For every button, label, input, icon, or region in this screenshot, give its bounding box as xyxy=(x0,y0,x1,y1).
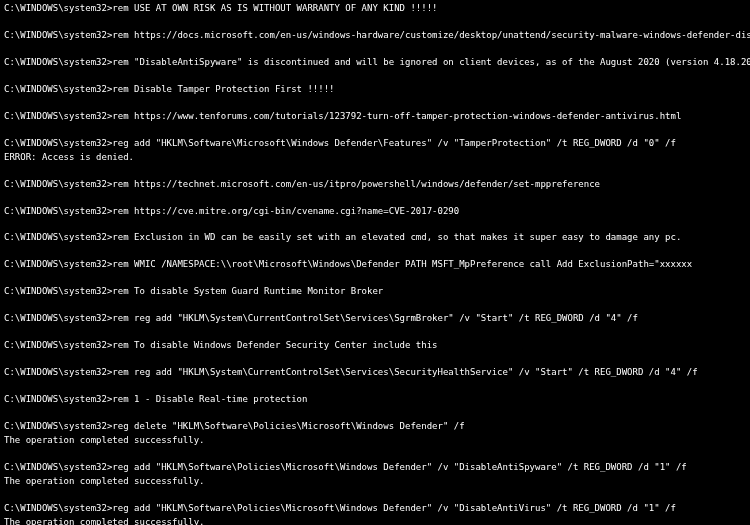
blank-line xyxy=(4,326,746,339)
command-line: C:\WINDOWS\system32>rem https://technet.… xyxy=(4,178,746,192)
blank-line xyxy=(4,192,746,205)
command-line: C:\WINDOWS\system32>rem 1 - Disable Real… xyxy=(4,393,746,407)
blank-line xyxy=(4,272,746,285)
command-line: C:\WINDOWS\system32>reg delete "HKLM\Sof… xyxy=(4,420,746,434)
terminal-output[interactable]: C:\WINDOWS\system32>rem USE AT OWN RISK … xyxy=(0,0,750,525)
blank-line xyxy=(4,299,746,312)
command-line: C:\WINDOWS\system32>rem https://www.tenf… xyxy=(4,110,746,124)
blank-line xyxy=(4,97,746,110)
command-line: C:\WINDOWS\system32>rem reg add "HKLM\Sy… xyxy=(4,312,746,326)
success-line: The operation completed successfully. xyxy=(4,475,746,489)
blank-line xyxy=(4,380,746,393)
blank-line xyxy=(4,16,746,29)
command-line: C:\WINDOWS\system32>rem reg add "HKLM\Sy… xyxy=(4,366,746,380)
success-line: The operation completed successfully. xyxy=(4,516,746,525)
success-line: The operation completed successfully. xyxy=(4,434,746,448)
command-line: C:\WINDOWS\system32>rem Disable Tamper P… xyxy=(4,83,746,97)
command-line: C:\WINDOWS\system32>reg add "HKLM\Softwa… xyxy=(4,502,746,516)
command-line: C:\WINDOWS\system32>rem To disable Windo… xyxy=(4,339,746,353)
blank-line xyxy=(4,124,746,137)
command-line: C:\WINDOWS\system32>rem WMIC /NAMESPACE:… xyxy=(4,258,746,272)
blank-line xyxy=(4,448,746,461)
command-line: C:\WINDOWS\system32>rem USE AT OWN RISK … xyxy=(4,2,746,16)
error-line: ERROR: Access is denied. xyxy=(4,151,746,165)
blank-line xyxy=(4,70,746,83)
command-line: C:\WINDOWS\system32>rem Exclusion in WD … xyxy=(4,231,746,245)
blank-line xyxy=(4,43,746,56)
blank-line xyxy=(4,407,746,420)
blank-line xyxy=(4,353,746,366)
command-line: C:\WINDOWS\system32>rem https://docs.mic… xyxy=(4,29,746,43)
command-line: C:\WINDOWS\system32>reg add "HKLM\Softwa… xyxy=(4,461,746,475)
blank-line xyxy=(4,218,746,231)
blank-line xyxy=(4,165,746,178)
command-line: C:\WINDOWS\system32>rem https://cve.mitr… xyxy=(4,205,746,219)
command-line: C:\WINDOWS\system32>rem To disable Syste… xyxy=(4,285,746,299)
blank-line xyxy=(4,245,746,258)
command-line: C:\WINDOWS\system32>reg add "HKLM\Softwa… xyxy=(4,137,746,151)
command-line: C:\WINDOWS\system32>rem "DisableAntiSpyw… xyxy=(4,56,746,70)
blank-line xyxy=(4,489,746,502)
